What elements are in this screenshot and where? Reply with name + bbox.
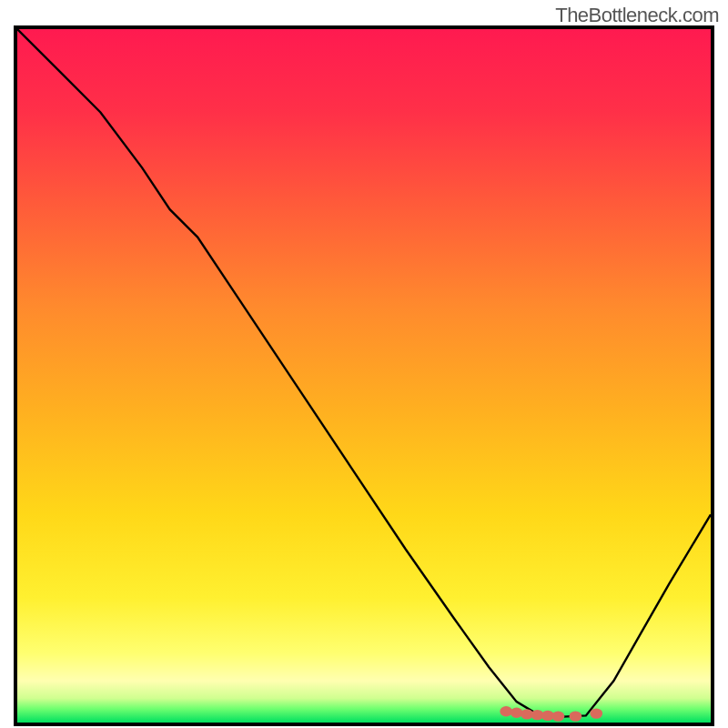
marker-dot xyxy=(511,708,523,718)
plot-area xyxy=(14,25,714,726)
gradient-background xyxy=(17,29,711,723)
chart-svg xyxy=(17,29,711,723)
marker-dot xyxy=(552,711,565,721)
marker-dot xyxy=(590,708,602,718)
marker-dot xyxy=(570,711,582,721)
marker-dot xyxy=(500,706,512,716)
watermark-text: TheBottleneck.com xyxy=(555,4,719,27)
